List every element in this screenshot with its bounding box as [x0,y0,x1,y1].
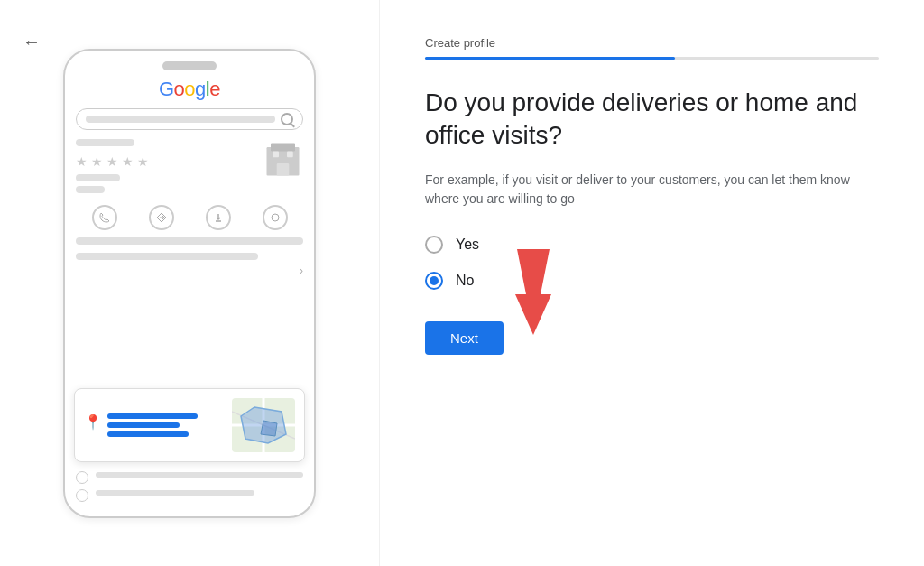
desc-line-1 [76,237,303,245]
svg-rect-2 [277,163,290,176]
phone-icon [92,205,117,230]
share-icon [263,205,288,230]
search-icon [281,113,293,125]
bottom-phone-icon [76,471,88,484]
svg-rect-3 [273,151,279,157]
gray-line-3 [76,186,105,193]
radio-group: Yes No [425,236,879,290]
left-panel: ← Google ★ ★ [0,0,379,566]
desc-line-2 [76,253,258,260]
yes-label: Yes [456,237,479,253]
back-button[interactable]: ← [18,27,45,57]
save-icon [206,205,231,230]
progress-bar-fill [425,57,675,60]
action-icons-row [76,205,303,230]
next-button-container: Next [425,321,879,355]
gray-line-1 [76,139,134,146]
google-logo: Google [76,78,303,101]
next-button[interactable]: Next [425,321,504,355]
phone-notch [162,61,217,70]
bottom-line-2 [76,489,303,502]
phone-search-bar [76,108,303,130]
card-left: 📍 [84,413,225,437]
progress-header: Create profile [425,36,879,60]
building-icon [263,139,303,180]
svg-rect-4 [287,151,293,157]
svg-marker-16 [261,421,277,436]
yes-option[interactable]: Yes [425,236,879,254]
main-question: Do you provide deliveries or home and of… [425,87,879,153]
svg-rect-1 [271,143,295,151]
right-panel: Create profile Do you provide deliveries… [379,0,924,566]
progress-bar-container [425,57,879,60]
bottom-line-1 [76,471,303,484]
yes-radio[interactable] [425,236,443,254]
description-text: For example, if you visit or deliver to … [425,171,876,209]
no-option[interactable]: No [425,272,879,290]
svg-point-9 [272,214,279,221]
search-bar-fill [86,116,275,123]
card-text-lines [107,413,198,437]
no-label: No [456,273,474,289]
phone-content: Google ★ ★ ★ ★ [65,78,314,277]
location-pin-icon: 📍 [84,413,102,431]
no-radio[interactable] [425,272,443,290]
chevron-icon: › [76,264,303,277]
phone-bottom-section [76,471,303,507]
map-thumbnail [232,398,295,452]
business-card: 📍 [74,388,305,462]
progress-title: Create profile [425,36,879,50]
phone-mockup: Google ★ ★ ★ ★ [63,49,316,518]
directions-icon [149,205,174,230]
bottom-globe-icon [76,489,88,502]
gray-line-2 [76,174,120,181]
stars-row: ★ ★ ★ ★ ★ [76,154,149,169]
